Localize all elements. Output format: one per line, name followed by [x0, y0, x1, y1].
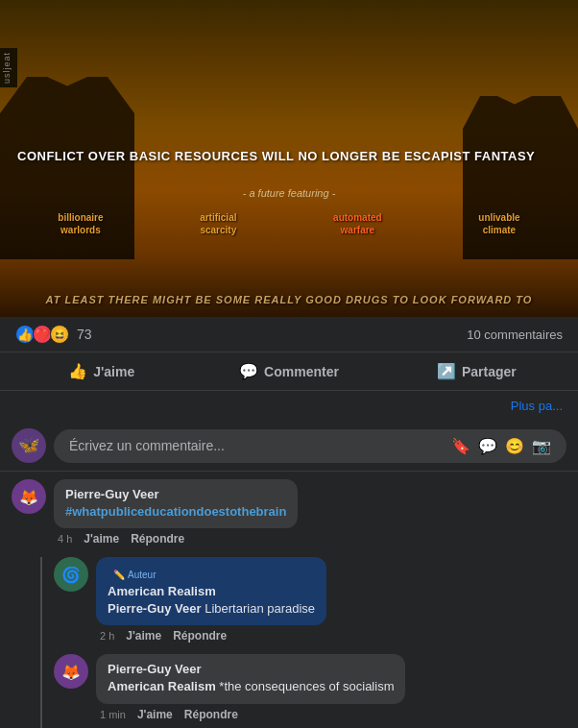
feature-automated-warfare: automatedwarfare [333, 211, 382, 236]
more-label: Plus pa... [511, 399, 563, 413]
emoji-icon[interactable]: 😊 [505, 437, 524, 455]
post-bottom-text: AT LEAST THERE MIGHT BE SOME REALLY GOOD… [0, 290, 578, 309]
camera-icon[interactable]: 📷 [532, 437, 551, 455]
action-buttons: 👍 J'aime 💬 Commenter ↗️ Partager [0, 352, 578, 391]
comment-input-wrapper[interactable]: Écrivez un commentaire... 🔖 💬 😊 📷 [54, 429, 566, 463]
reaction-like-icon: 👍 [15, 325, 35, 344]
bookmark-icon[interactable]: 🔖 [451, 437, 470, 455]
reply-time-ar-1: 2 h [100, 630, 114, 642]
reaction-count: 73 [77, 327, 92, 342]
thread-replies: 🌀 ✏️ Auteur American Realism Pierre-Guy … [54, 557, 566, 728]
comments-section: 🦊 Pierre-Guy Veer #whatpubliceducationdo… [0, 472, 578, 728]
reactions-bar: 👍 ❤️ 😆 73 10 commentaires [0, 317, 578, 352]
reply-actions-ar-1: 2 h J'aime Répondre [100, 629, 566, 643]
post-image: usljeat CONFLICT OVER BASIC RESOURCES WI… [0, 0, 578, 317]
share-button[interactable]: ↗️ Partager [383, 354, 570, 388]
reply-time-pg-2: 1 min [100, 709, 126, 720]
post-main-text-wrapper: CONFLICT OVER BASIC RESOURCES WILL NO LO… [10, 149, 568, 165]
like-reply-pg-2[interactable]: J'aime [137, 708, 173, 721]
comment-author-pierre-1: Pierre-Guy Veer [65, 487, 286, 501]
comment-content-pierre-1: Pierre-Guy Veer #whatpubliceducationdoes… [54, 479, 566, 546]
feature-artificial-scarcity: artificialscarcity [200, 211, 236, 236]
post-image-container: usljeat CONFLICT OVER BASIC RESOURCES WI… [0, 0, 578, 317]
reaction-haha-icon: 😆 [50, 325, 69, 344]
comment-bubble-pierre-1: Pierre-Guy Veer #whatpubliceducationdoes… [54, 479, 298, 528]
reply-mention-ar-1: Pierre-Guy Veer [108, 601, 202, 616]
reply-parent-author-ar-1: American Realism [108, 584, 315, 598]
reply-body-pg-2: *the consequences of socialism [219, 679, 394, 693]
thread-line [40, 557, 42, 728]
reply-body-ar-1: Libertarian paradise [205, 601, 315, 616]
author-badge: ✏️ Auteur [108, 569, 161, 581]
comment-label: Commenter [264, 364, 339, 379]
share-icon: ↗️ [437, 362, 456, 380]
reply-reply-pg-2[interactable]: Répondre [184, 708, 238, 721]
post-main-text: CONFLICT OVER BASIC RESOURCES WILL NO LO… [17, 149, 561, 165]
reply-avatar-pg-2: 🦊 [54, 654, 88, 689]
reply-bubble-pg-2: Pierre-Guy Veer American Realism *the co… [96, 654, 405, 703]
comment-input-row: 🦋 Écrivez un commentaire... 🔖 💬 😊 📷 [0, 421, 578, 472]
comment-placeholder: Écrivez un commentaire... [69, 438, 225, 453]
comment-pierre-guy-1: 🦊 Pierre-Guy Veer #whatpubliceducationdo… [12, 479, 566, 546]
reply-comment-pierre-1[interactable]: Répondre [131, 532, 184, 546]
reply-reply-ar-1[interactable]: Répondre [173, 629, 227, 643]
reply-pierre-guy-2: 🦊 Pierre-Guy Veer American Realism *the … [54, 654, 566, 720]
more-button[interactable]: Plus pa... [0, 391, 578, 421]
reply-text-ar-1: Pierre-Guy Veer Libertarian paradise [108, 600, 315, 618]
reply-mention-pg-2: American Realism [108, 679, 216, 693]
reply-content-ar-1: ✏️ Auteur American Realism Pierre-Guy Ve… [96, 557, 566, 643]
author-badge-label: Auteur [128, 570, 156, 580]
reply-author-pg-2: Pierre-Guy Veer [108, 662, 394, 676]
post-features: billionairewarlords artificialscarcity a… [0, 211, 578, 236]
like-comment-pierre-1[interactable]: J'aime [84, 532, 119, 546]
comment-avatar-pierre-1: 🦊 [12, 479, 46, 514]
thread-container: 🌀 ✏️ Auteur American Realism Pierre-Guy … [12, 557, 566, 728]
reaction-icons: 👍 ❤️ 😆 73 [15, 325, 92, 344]
comments-count: 10 commentaires [467, 328, 563, 342]
like-icon: 👍 [68, 362, 87, 380]
comment-time-pierre-1: 4 h [58, 533, 72, 545]
gif-icon[interactable]: 💬 [478, 437, 497, 455]
pencil-icon: ✏️ [113, 570, 125, 580]
reaction-love-icon: ❤️ [33, 325, 52, 344]
reply-bubble-ar-1: ✏️ Auteur American Realism Pierre-Guy Ve… [96, 557, 326, 625]
feature-billionaire-warlords: billionairewarlords [58, 211, 103, 236]
comment-text-pierre-1: #whatpubliceducationdoestothebrain [65, 503, 286, 521]
comment-hashtag: #whatpubliceducationdoestothebrain [65, 504, 286, 519]
comment-button[interactable]: 💬 Commenter [195, 354, 382, 388]
like-label: J'aime [93, 364, 134, 379]
reply-american-realism-1: 🌀 ✏️ Auteur American Realism Pierre-Guy … [54, 557, 566, 643]
like-reply-ar-1[interactable]: J'aime [126, 629, 161, 643]
reply-content-pg-2: Pierre-Guy Veer American Realism *the co… [96, 654, 566, 720]
feature-unlivable-climate: unlivableclimate [478, 211, 519, 236]
reply-actions-pg-2: 1 min J'aime Répondre [100, 708, 566, 721]
share-label: Partager [462, 364, 517, 379]
reply-avatar-ar-1: 🌀 [54, 557, 88, 592]
comment-icon: 💬 [239, 362, 258, 380]
thread-line-wrapper [12, 557, 54, 728]
reply-text-pg-2: American Realism *the consequences of so… [108, 678, 394, 695]
current-user-avatar: 🦋 [12, 428, 46, 463]
comment-actions-pierre-1: 4 h J'aime Répondre [58, 532, 566, 546]
like-button[interactable]: 👍 J'aime [8, 354, 195, 388]
post-subtitle: - a future featuring - [0, 187, 578, 199]
comment-input-icons: 🔖 💬 😊 📷 [451, 437, 551, 455]
